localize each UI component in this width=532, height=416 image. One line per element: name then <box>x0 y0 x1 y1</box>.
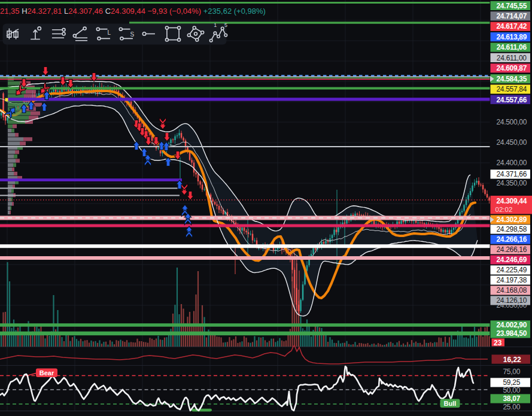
svg-text:24.266,16: 24.266,16 <box>496 235 527 244</box>
svg-text:24.617,42: 24.617,42 <box>496 22 527 31</box>
svg-text:1: 1 <box>214 22 217 28</box>
svg-text:24.557,84: 24.557,84 <box>496 85 527 93</box>
svg-text:24.745,55: 24.745,55 <box>496 2 527 10</box>
svg-text:24.557,66: 24.557,66 <box>496 96 527 104</box>
svg-text:24.371,66: 24.371,66 <box>496 170 527 178</box>
svg-text:Bull: Bull <box>444 400 457 407</box>
svg-text:24.002,90: 24.002,90 <box>496 321 527 329</box>
svg-text:24.225,49: 24.225,49 <box>496 266 527 274</box>
svg-text:16,22: 16,22 <box>503 356 521 364</box>
svg-text:S: S <box>130 31 134 38</box>
svg-text:24.350,00: 24.350,00 <box>496 179 527 187</box>
svg-text:24.611,06: 24.611,06 <box>497 43 527 51</box>
svg-text:24.197,38: 24.197,38 <box>496 276 527 284</box>
svg-text:24.500,00: 24.500,00 <box>496 118 527 126</box>
svg-text:24.714,07: 24.714,07 <box>496 12 527 20</box>
svg-text:Bear: Bear <box>39 369 54 376</box>
svg-text:75,00: 75,00 <box>503 368 520 376</box>
svg-text:24.298,58: 24.298,58 <box>496 225 527 233</box>
svg-text:21,35 H24.327,81 L24.307,46 C2: 21,35 H24.327,81 L24.307,46 C24.309,44 −… <box>0 7 266 16</box>
svg-text:02:02: 02:02 <box>495 206 513 213</box>
svg-text:24.246,69: 24.246,69 <box>496 256 527 264</box>
svg-text:23: 23 <box>494 339 502 347</box>
svg-text:38,07: 38,07 <box>503 394 520 403</box>
svg-text:5: 5 <box>224 22 227 28</box>
svg-text:24.609,87: 24.609,87 <box>496 64 527 72</box>
svg-text:24.126,10: 24.126,10 <box>496 296 527 305</box>
svg-text:L: L <box>107 29 111 36</box>
svg-text:24.611,00: 24.611,00 <box>497 54 527 62</box>
svg-text:24.309,44: 24.309,44 <box>496 197 527 205</box>
svg-text:24.584,35: 24.584,35 <box>496 75 527 83</box>
svg-text:50,00: 50,00 <box>503 386 520 394</box>
svg-text:24.450,00: 24.450,00 <box>496 138 527 147</box>
svg-text:24.168,08: 24.168,08 <box>496 286 527 294</box>
svg-text:24.400,00: 24.400,00 <box>496 159 527 167</box>
svg-text:24.613,89: 24.613,89 <box>496 33 527 41</box>
svg-text:23.984,50: 23.984,50 <box>496 329 527 338</box>
svg-text:24.266,16: 24.266,16 <box>496 245 527 254</box>
svg-text:25.00: 25.00 <box>503 403 520 411</box>
svg-text:24.302,89: 24.302,89 <box>496 215 527 224</box>
